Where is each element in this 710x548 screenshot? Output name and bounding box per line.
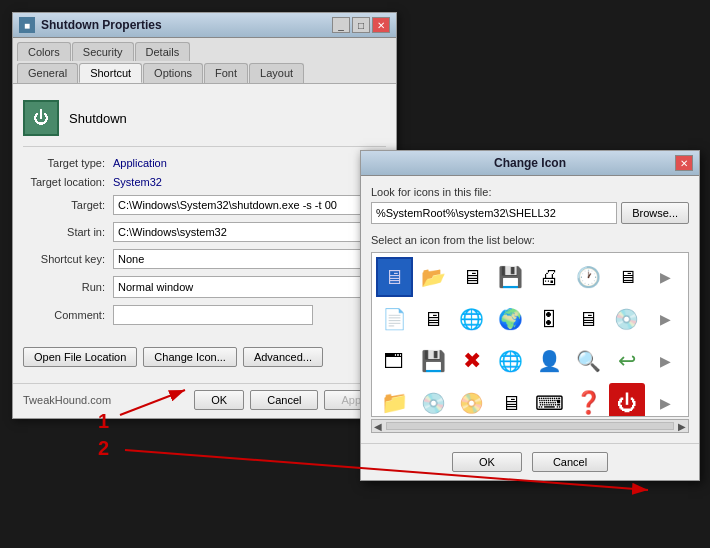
scrollbar-left-arrow[interactable]: ◀	[374, 421, 382, 432]
icon-cell-user[interactable]: 👤	[531, 341, 568, 381]
start-in-row: Start in:	[23, 222, 386, 242]
tab-details[interactable]: Details	[135, 42, 191, 61]
comment-row: Comment:	[23, 305, 386, 325]
change-icon-dialog: Change Icon ✕ Look for icons in this fil…	[360, 150, 700, 481]
browse-button[interactable]: Browse...	[621, 202, 689, 224]
icons-row-2: 📄 🖥 🌐 🌍 🎛 🖥 💿 ▶	[376, 299, 684, 339]
icon-cell-clock[interactable]: 🕐	[570, 257, 607, 297]
icon-cell-dvd[interactable]: 📀	[454, 383, 491, 417]
ci-title-buttons: ✕	[675, 155, 693, 171]
ci-file-row: Browse...	[371, 202, 689, 224]
target-location-value: System32	[113, 176, 162, 188]
icon-cell-x-red[interactable]: ✖	[454, 341, 491, 381]
minimize-button[interactable]: _	[332, 17, 350, 33]
tab-colors[interactable]: Colors	[17, 42, 71, 61]
shortcut-key-label: Shortcut key:	[23, 253, 113, 265]
tab-font[interactable]: Font	[204, 63, 248, 83]
advanced-button[interactable]: Advanced...	[243, 347, 323, 367]
icon-cell-scroll-r3: ▶	[647, 341, 684, 381]
icons-row-1: 🖥 📂 🖥 💾 🖨 🕐 🖥 ▶	[376, 257, 684, 297]
start-in-input[interactable]	[113, 222, 386, 242]
icon-cell-folder-yellow[interactable]: 📁	[376, 383, 413, 417]
ci-icons-label: Select an icon from the list below:	[371, 234, 689, 246]
ci-icons-grid: 🖥 📂 🖥 💾 🖨 🕐 🖥 ▶ 📄 🖥 🌐 🌍 🎛 🖥 💿 ▶	[371, 252, 689, 417]
comment-label: Comment:	[23, 309, 113, 321]
icon-cell-arrow-green[interactable]: ↩	[609, 341, 646, 381]
tab-row-1: Colors Security Details	[17, 42, 392, 61]
icon-cell-disc[interactable]: 💿	[609, 299, 646, 339]
cancel-button[interactable]: Cancel	[250, 390, 318, 410]
icon-cell-chip[interactable]: 💾	[492, 257, 529, 297]
icon-cell-monitor[interactable]: 🖥	[376, 257, 413, 297]
icon-cell-floppy[interactable]: 💾	[415, 341, 452, 381]
dialog-content: ⏻ Shutdown Target type: Application Targ…	[13, 84, 396, 377]
ok-button[interactable]: OK	[194, 390, 244, 410]
icon-cell-monitor2[interactable]: 🖥	[570, 299, 607, 339]
icon-cell-scroll-r1: ▶	[647, 257, 684, 297]
ci-close-button[interactable]: ✕	[675, 155, 693, 171]
ci-file-input[interactable]	[371, 202, 617, 224]
icon-cell-computer[interactable]: 🖥	[454, 257, 491, 297]
icons-row-4: 📁 💿 📀 🖥 ⌨ ❓ ⏻ ▶	[376, 383, 684, 417]
scrollbar-right-arrow[interactable]: ▶	[678, 421, 686, 432]
icon-cell-panel[interactable]: 🎛	[531, 299, 568, 339]
icon-cell-doc[interactable]: 📄	[376, 299, 413, 339]
target-location-label: Target location:	[23, 176, 113, 188]
icon-cell-keyboard[interactable]: ⌨	[531, 383, 568, 417]
shortcut-key-row: Shortcut key:	[23, 249, 386, 269]
icon-cell-network[interactable]: 🖥	[415, 299, 452, 339]
open-location-button[interactable]: Open File Location	[23, 347, 137, 367]
icon-cell-globe[interactable]: 🌐	[454, 299, 491, 339]
title-buttons: _ □ ✕	[332, 17, 390, 33]
shortcut-name: Shutdown	[69, 111, 127, 126]
ci-titlebar: Change Icon ✕	[361, 151, 699, 176]
icons-row-3: 🗔 💾 ✖ 🌐 👤 🔍 ↩ ▶	[376, 341, 684, 381]
close-button[interactable]: ✕	[372, 17, 390, 33]
tab-strip: Colors Security Details General Shortcut…	[13, 38, 396, 84]
icon-cell-display2[interactable]: 🖥	[609, 257, 646, 297]
dialog-titlebar: ■ Shutdown Properties _ □ ✕	[13, 13, 396, 38]
dialog-footer: TweakHound.com OK Cancel Apply	[13, 383, 396, 418]
target-location-row: Target location: System32	[23, 176, 386, 188]
ci-cancel-button[interactable]: Cancel	[532, 452, 608, 472]
ci-content: Look for icons in this file: Browse... S…	[361, 176, 699, 443]
ci-scrollbar[interactable]: ◀ ▶	[371, 419, 689, 433]
run-select[interactable]: Normal window	[113, 276, 386, 298]
icon-cell-scroll-r2: ▶	[647, 299, 684, 339]
ci-dialog-title: Change Icon	[385, 156, 675, 170]
maximize-button[interactable]: □	[352, 17, 370, 33]
icon-cell-drive[interactable]: 💿	[415, 383, 452, 417]
icon-cell-folder-open[interactable]: 📂	[415, 257, 452, 297]
ci-file-label: Look for icons in this file:	[371, 186, 689, 198]
tab-general[interactable]: General	[17, 63, 78, 83]
icon-cell-window[interactable]: 🗔	[376, 341, 413, 381]
icon-cell-question[interactable]: ❓	[570, 383, 607, 417]
start-in-label: Start in:	[23, 226, 113, 238]
icon-cell-power-red[interactable]: ⏻	[609, 383, 646, 417]
action-buttons: Open File Location Change Icon... Advanc…	[23, 339, 386, 367]
shortcut-header: ⏻ Shutdown	[23, 94, 386, 147]
footer-buttons: OK Cancel Apply	[194, 390, 386, 410]
icon-cell-earth[interactable]: 🌍	[492, 299, 529, 339]
shortcut-key-input[interactable]	[113, 249, 386, 269]
icon-cell-printer[interactable]: 🖨	[531, 257, 568, 297]
target-input[interactable]	[113, 195, 386, 215]
scrollbar-track[interactable]	[386, 422, 674, 430]
run-label: Run:	[23, 281, 113, 293]
icon-cell-globe2[interactable]: 🌐	[492, 341, 529, 381]
target-row: Target:	[23, 195, 386, 215]
tab-shortcut[interactable]: Shortcut	[79, 63, 142, 83]
ci-ok-button[interactable]: OK	[452, 452, 522, 472]
icon-cell-scroll-r4: ▶	[647, 383, 684, 417]
change-icon-button[interactable]: Change Icon...	[143, 347, 237, 367]
icon-cell-desktop[interactable]: 🖥	[492, 383, 529, 417]
tab-security[interactable]: Security	[72, 42, 134, 61]
tab-layout[interactable]: Layout	[249, 63, 304, 83]
tab-options[interactable]: Options	[143, 63, 203, 83]
shutdown-properties-dialog: ■ Shutdown Properties _ □ ✕ Colors Secur…	[12, 12, 397, 419]
target-label: Target:	[23, 199, 113, 211]
dialog-icon: ■	[19, 17, 35, 33]
comment-input[interactable]	[113, 305, 313, 325]
ci-footer: OK Cancel	[361, 443, 699, 480]
icon-cell-search[interactable]: 🔍	[570, 341, 607, 381]
